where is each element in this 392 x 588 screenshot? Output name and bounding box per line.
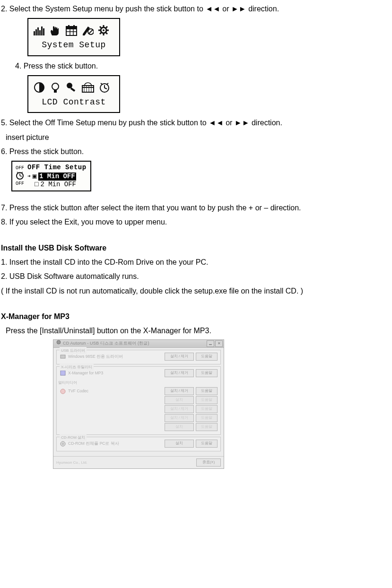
svg-line-40 (101, 83, 103, 85)
install-remove-button-disabled: 설치 / 제거 (165, 414, 194, 422)
install-remove-button[interactable]: 설치 / 제거 (165, 387, 194, 395)
install-button[interactable]: 설치 (165, 440, 194, 448)
install-remove-button[interactable]: 설치 / 제거 (165, 353, 194, 361)
install-step-2: 2. USB Disk Software automatically runs. (1, 269, 389, 284)
svg-line-14 (89, 30, 93, 34)
svg-line-41 (106, 83, 108, 85)
svg-rect-1 (35, 29, 37, 35)
svg-line-23 (106, 26, 107, 28)
svg-line-39 (105, 88, 107, 89)
off-title: OFF Time Setup (27, 164, 87, 172)
svg-point-26 (52, 83, 59, 90)
svg-rect-8 (68, 25, 70, 27)
svg-rect-5 (43, 28, 44, 35)
svg-line-45 (17, 172, 18, 173)
lcd-contrast: LCD Contrast (27, 75, 120, 113)
svg-rect-30 (70, 87, 75, 92)
svg-rect-4 (41, 26, 43, 35)
off-opt2: 2 Min OFF (40, 181, 76, 189)
group-x-utilities: X-시리즈 유틸리티 X-Manager for MP3 설치 / 제거 도움말… (56, 366, 221, 435)
clock-icon (98, 82, 111, 93)
help-button-disabled: 도움말 (196, 405, 218, 413)
help-button-disabled: 도움말 (196, 423, 218, 431)
multimedia-label: 멀티미디어 (58, 379, 218, 386)
minimize-button[interactable] (207, 340, 214, 347)
xmanager-text: Press the [Install/Uninstall] button on … (6, 324, 389, 338)
install-remove-button[interactable]: 설치 / 제거 (165, 369, 194, 377)
install-remove-button-disabled: 설치 / 제거 (165, 405, 194, 413)
pen-block-icon (81, 25, 94, 36)
group-cdrom: CD-ROM 설치 CD-ROM 전체를 PC로 복사 설치 도움말 (56, 437, 221, 451)
svg-line-24 (100, 33, 101, 34)
svg-rect-27 (54, 90, 57, 92)
installer-footer: Hyunwon Co., Ltd. 종료(X) (53, 456, 224, 468)
driver-icon (60, 354, 66, 359)
exit-button[interactable]: 종료(X) (196, 458, 221, 467)
svg-point-47 (57, 340, 61, 344)
step-7-text: 7. Press the stick button after select t… (1, 201, 389, 215)
install-button-disabled: 설치 (165, 396, 194, 404)
svg-rect-0 (34, 31, 35, 35)
install-note: ( If the install CD is not run automatic… (1, 284, 389, 298)
off-side-top: OFF (16, 166, 24, 171)
lcd-system-setup: System Setup (27, 18, 120, 56)
group3-label: CD-ROM 설치 (60, 434, 87, 441)
install-button-disabled: 설치 (165, 423, 194, 431)
contrast-icon (33, 82, 45, 93)
app-icon (56, 339, 61, 347)
company-label: Hyunwon Co., Ltd. (56, 459, 194, 466)
codec-icon (60, 389, 66, 394)
checkbox-empty-icon: □ (35, 181, 38, 189)
svg-line-22 (106, 33, 107, 34)
svg-point-16 (103, 29, 105, 31)
checkbox-filled-icon: ▣ (33, 173, 36, 181)
gear-icon (97, 25, 110, 36)
svg-rect-2 (37, 27, 39, 35)
lcd2-label: LCD Contrast (28, 94, 119, 112)
lcd1-label: System Setup (28, 37, 119, 55)
svg-rect-50 (61, 371, 65, 375)
xmanager-icon (60, 370, 66, 376)
insert-picture-text: insert picture (6, 130, 389, 145)
svg-rect-3 (39, 30, 41, 35)
help-button[interactable]: 도움말 (196, 369, 218, 377)
lcd-off-time: OFF OFF OFF Time Setup ➜ ▣ 1 Min OFF □ 2… (11, 161, 91, 191)
installer-title: CD Autorun - USB 디스크 소프트웨어 (한글) (63, 339, 206, 347)
svg-rect-9 (73, 25, 75, 27)
close-button[interactable]: ✕ (215, 340, 223, 347)
calendar-icon (65, 25, 78, 36)
step-5-text: 5. Select the Off Time Setup menu by pus… (1, 116, 389, 130)
help-button[interactable]: 도움말 (196, 387, 218, 395)
hand-icon (49, 25, 61, 36)
svg-rect-49 (61, 355, 65, 358)
arrow-right-icon: ➜ (27, 174, 31, 179)
group-usb-driver: USB 드라이버 Windows 98SE 전용 드라이버 설치 / 제거 도움… (56, 350, 221, 364)
svg-point-51 (61, 389, 65, 394)
radio-icon (81, 82, 95, 93)
group2-label: X-시리즈 유틸리티 (60, 363, 94, 371)
off-side-bottom: OFF (16, 182, 24, 186)
g2r2-item: TVF Codec (68, 387, 163, 395)
step-4-text: 4. Press the stick button. (15, 59, 389, 73)
help-button[interactable]: 도움말 (196, 440, 218, 448)
svg-line-46 (21, 172, 23, 173)
svg-line-21 (100, 26, 101, 28)
step-2-text: 2. Select the System Setup menu by push … (1, 2, 389, 16)
off-opt1: 1 Min OFF (38, 173, 76, 181)
group1-label: USB 드라이버 (60, 347, 87, 354)
install-step-1: 1. Insert the install CD into the CD-Rom… (1, 255, 389, 269)
help-button-disabled: 도움말 (196, 396, 218, 404)
svg-point-53 (62, 443, 64, 444)
heading-xmanager: X-Manager for MP3 (1, 310, 389, 324)
clock-icon (15, 171, 25, 182)
help-button[interactable]: 도움말 (196, 353, 218, 361)
heading-install: Install the USB Disk Software (1, 241, 389, 255)
mic-icon (65, 82, 78, 93)
svg-line-44 (20, 176, 22, 176)
svg-rect-7 (66, 26, 77, 29)
step-6-text: 6. Press the stick button. (1, 145, 389, 159)
cdrom-icon (60, 441, 66, 447)
help-button-disabled: 도움말 (196, 414, 218, 422)
installer-window: CD Autorun - USB 디스크 소프트웨어 (한글) ✕ USB 드라… (53, 339, 224, 469)
equalizer-icon (33, 25, 45, 36)
